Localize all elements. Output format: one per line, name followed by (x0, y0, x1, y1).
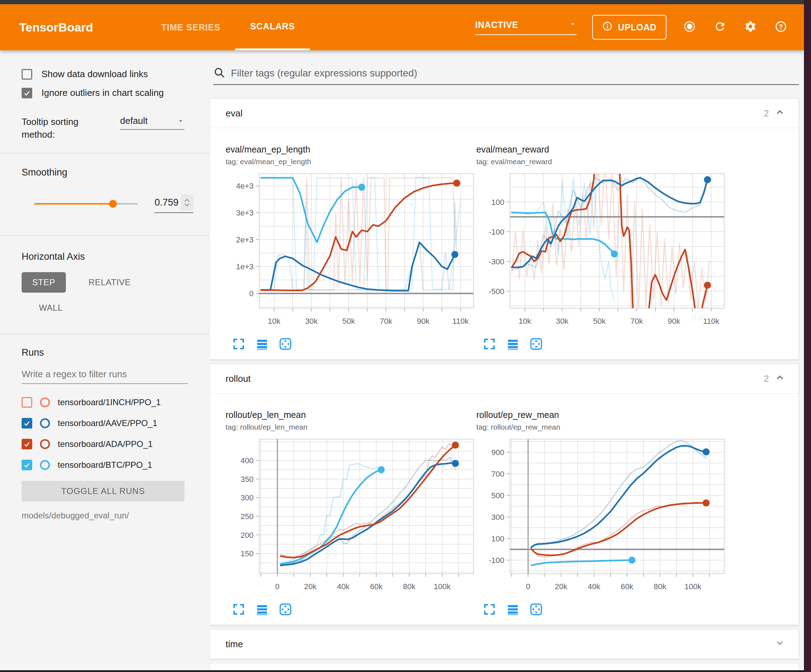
tab-scalars[interactable]: SCALARS (235, 4, 309, 50)
app-header: TensorBoard TIME SERIES SCALARS INACTIVE… (0, 4, 804, 50)
run-color-swatch (40, 418, 50, 428)
refresh-button[interactable] (713, 20, 728, 35)
full-width-button[interactable] (506, 603, 519, 616)
svg-text:250: 250 (241, 512, 254, 521)
full-width-button[interactable] (506, 337, 519, 351)
full-width-button[interactable] (255, 603, 269, 616)
tab-time-series[interactable]: TIME SERIES (146, 4, 235, 50)
svg-text:200: 200 (241, 531, 254, 540)
chart-toolbar (476, 603, 727, 616)
chart-toolbar (226, 603, 476, 616)
chart-tag: tag: rollout/ep_rew_mean (476, 423, 727, 432)
run-color-swatch (40, 398, 50, 407)
svg-text:80k: 80k (654, 582, 667, 591)
help-button[interactable]: ? (774, 20, 788, 35)
svg-text:70k: 70k (380, 317, 392, 325)
upload-button[interactable]: UPLOAD (592, 15, 667, 40)
run-checkbox[interactable] (22, 397, 32, 408)
window-top-bar (0, 0, 811, 4)
run-checkbox[interactable] (22, 439, 32, 449)
chart-plot-area[interactable]: 020k40k60k80k100k150200250300350400 (226, 436, 476, 602)
svg-text:-100: -100 (489, 228, 504, 236)
smoothing-stepper[interactable] (181, 194, 193, 210)
show-download-links-label: Show data download links (41, 69, 148, 80)
smoothing-label: Smoothing (22, 167, 199, 178)
axis-wall-button[interactable]: WALL (28, 298, 73, 318)
fit-domain-button[interactable] (279, 337, 292, 351)
axis-relative-button[interactable]: RELATIVE (78, 272, 141, 293)
svg-text:400: 400 (241, 456, 254, 465)
svg-text:500: 500 (491, 491, 504, 500)
svg-text:-100: -100 (489, 556, 504, 565)
run-row-1inch: tensorboard/1INCH/PPO_1 (22, 392, 199, 413)
svg-text:40k: 40k (588, 582, 601, 591)
experiment-status-value: INACTIVE (475, 20, 518, 30)
chart-plot-area[interactable]: 10k30k50k70k90k110k01e+32e+33e+34e+3 (226, 170, 476, 337)
run-name: tensorboard/ADA/PPO_1 (58, 439, 153, 449)
settings-sidebar: Show data download links Ignore outliers… (0, 50, 210, 670)
svg-text:-300: -300 (489, 257, 504, 266)
svg-text:10k: 10k (268, 317, 280, 325)
chevron-up-icon (775, 372, 785, 385)
section-count: 2 (764, 108, 769, 118)
expand-card-button[interactable] (232, 603, 246, 616)
expand-card-button[interactable] (232, 337, 246, 351)
svg-text:20k: 20k (555, 582, 568, 591)
chart-plot-area[interactable]: 020k40k60k80k100k-100100300500700900 (476, 436, 727, 602)
run-row-ada: tensorboard/ADA/PPO_1 (22, 433, 199, 454)
smoothing-slider[interactable] (34, 203, 138, 205)
caret-down-icon (569, 20, 577, 30)
svg-text:0: 0 (526, 582, 530, 591)
chevron-up-icon (775, 107, 785, 120)
section-header-eval: eval 2 (210, 99, 799, 128)
tooltip-sorting-dropdown[interactable]: default (120, 115, 185, 130)
section-collapse-control[interactable]: 2 (764, 372, 785, 385)
tooltip-sorting-value: default (120, 115, 148, 126)
section-title: time (226, 639, 243, 650)
upload-label: UPLOAD (618, 22, 657, 32)
chart-plot-area[interactable]: 10k30k50k70k90k110k100-100-300-500 (476, 170, 727, 337)
svg-text:30k: 30k (556, 317, 569, 325)
chart-toolbar (226, 337, 476, 351)
runs-filter-input[interactable] (22, 369, 188, 384)
run-checkbox[interactable] (22, 418, 32, 428)
svg-text:40k: 40k (337, 582, 350, 591)
run-checkbox[interactable] (22, 460, 32, 470)
experiment-status-dropdown[interactable]: INACTIVE (475, 20, 577, 35)
chart-title: rollout/ep_rew_mean (476, 410, 727, 420)
window-bottom-edge (0, 670, 811, 672)
app-title: TensorBoard (19, 20, 93, 34)
window-right-edge (804, 0, 811, 672)
svg-text:50k: 50k (343, 317, 355, 325)
fit-domain-button[interactable] (279, 603, 292, 616)
smoothing-value: 0.759 (154, 197, 178, 208)
axis-step-button[interactable]: STEP (22, 272, 66, 293)
expand-card-button[interactable] (483, 337, 496, 351)
section-collapse-control[interactable]: 2 (764, 107, 785, 120)
svg-text:0: 0 (275, 582, 280, 591)
tag-filter-bar (213, 66, 799, 85)
section-collapse-control[interactable] (769, 638, 785, 650)
fit-domain-button[interactable] (529, 603, 543, 616)
svg-text:150: 150 (241, 549, 254, 558)
settings-button[interactable] (743, 20, 758, 35)
svg-text:100k: 100k (434, 582, 451, 591)
section-header-time: time (210, 630, 799, 658)
run-row-aave: tensorboard/AAVE/PPO_1 (22, 413, 199, 433)
expand-card-button[interactable] (483, 603, 496, 616)
full-width-button[interactable] (255, 337, 269, 351)
svg-text:70k: 70k (630, 317, 643, 325)
chart-title: eval/mean_reward (476, 144, 727, 155)
fit-domain-button[interactable] (529, 337, 543, 351)
svg-text:900: 900 (491, 448, 504, 457)
show-download-links-checkbox[interactable] (22, 69, 32, 80)
brightness-toggle-button[interactable] (682, 20, 697, 35)
run-color-swatch (40, 439, 50, 449)
smoothing-slider-knob[interactable] (109, 200, 117, 208)
tag-filter-input[interactable] (230, 67, 799, 79)
smoothing-value-field[interactable]: 0.759 (154, 194, 193, 213)
toggle-all-runs-button[interactable]: TOGGLE ALL RUNS (22, 481, 185, 501)
ignore-outliers-checkbox[interactable] (22, 88, 32, 98)
chart-toolbar (476, 337, 727, 351)
svg-text:50k: 50k (593, 317, 606, 325)
